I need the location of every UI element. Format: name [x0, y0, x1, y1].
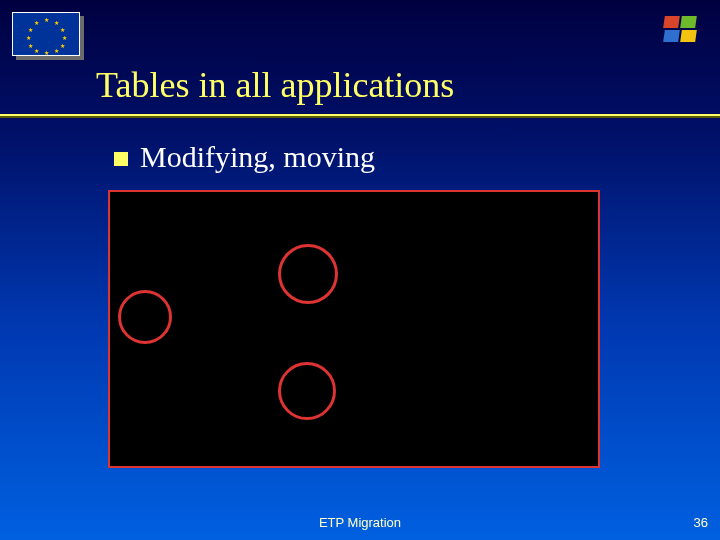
bullet-item: Modifying, moving [114, 140, 375, 174]
slide-title: Tables in all applications [96, 64, 454, 106]
page-number: 36 [694, 515, 708, 530]
eu-flag-icon: ★ ★ ★ ★ ★ ★ ★ ★ ★ ★ ★ ★ [12, 12, 80, 56]
bullet-marker-icon [114, 152, 128, 166]
windows-logo-icon [664, 16, 698, 46]
highlight-circle-icon [278, 362, 336, 420]
highlight-circle-icon [118, 290, 172, 344]
highlight-circle-icon [278, 244, 338, 304]
title-underline [0, 114, 720, 118]
footer-label: ETP Migration [0, 515, 720, 530]
bullet-text: Modifying, moving [140, 140, 375, 174]
content-box [108, 190, 600, 468]
slide: ★ ★ ★ ★ ★ ★ ★ ★ ★ ★ ★ ★ Tables in all ap… [0, 0, 720, 540]
